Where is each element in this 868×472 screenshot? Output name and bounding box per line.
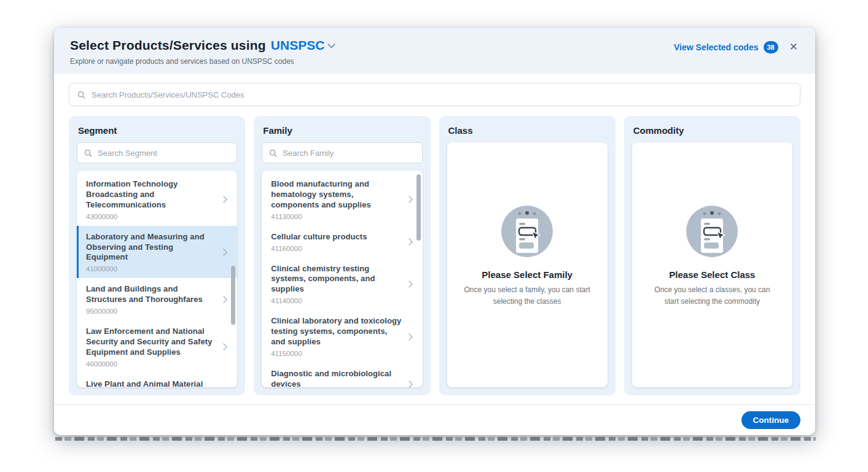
family-item-name: Clinical laboratory and toxicology testi…: [271, 316, 401, 347]
search-icon: [77, 91, 85, 99]
view-selected-codes-label: View Selected codes: [674, 42, 758, 52]
chevron-right-icon: [221, 296, 227, 303]
modal-body: Segment Information Technology Broadcast…: [54, 74, 815, 404]
chevron-right-icon: [405, 381, 412, 387]
family-item-code: 41150000: [271, 350, 401, 357]
chevron-right-icon: [405, 238, 412, 245]
search-icon: [84, 149, 92, 157]
view-selected-codes-link[interactable]: View Selected codes 38: [674, 41, 778, 53]
commodity-empty-state: Please Select Class Once you select a cl…: [632, 142, 792, 387]
family-item-code: 41140000: [271, 297, 401, 304]
segment-item-name: Information Technology Broadcasting and …: [86, 179, 216, 211]
family-item-name: Diagnostic and microbiological devices: [271, 369, 401, 387]
selected-count-badge: 38: [764, 41, 778, 53]
search-input[interactable]: [92, 90, 792, 99]
segment-item-name: Law Enforcement and National Security an…: [86, 327, 216, 358]
page-background: Select Products/Services using UNSPSC Ex…: [0, 0, 868, 472]
family-item[interactable]: Diagnostic and microbiological devices 4…: [262, 363, 422, 387]
family-search-input[interactable]: [283, 149, 415, 158]
family-item-code: 41160000: [271, 245, 401, 252]
family-item[interactable]: Blood manufacturing and hematology syste…: [262, 173, 422, 226]
family-search-box: [262, 142, 422, 163]
search-icon: [269, 149, 277, 157]
segment-search-input[interactable]: [98, 149, 230, 158]
hierarchy-columns: Segment Information Technology Broadcast…: [69, 116, 800, 395]
chevron-right-icon: [405, 196, 412, 203]
segment-item-code: 41000000: [86, 265, 216, 273]
class-empty-title: Please Select Family: [482, 269, 573, 280]
close-icon[interactable]: ✕: [788, 41, 799, 53]
family-list: Blood manufacturing and hematology syste…: [262, 171, 422, 387]
select-placeholder-icon: [685, 204, 739, 258]
segment-item-name: Laboratory and Measuring and Observing a…: [86, 232, 216, 263]
segment-item-selected[interactable]: Laboratory and Measuring and Observing a…: [77, 226, 237, 279]
chevron-right-icon: [405, 280, 412, 287]
commodity-empty-subtitle: Once you select a classes, you can start…: [647, 284, 778, 307]
family-item-name: Cellular culture products: [271, 232, 401, 242]
segment-item-code: 95000000: [86, 308, 216, 315]
unspsc-selector-modal: Select Products/Services using UNSPSC Ex…: [54, 28, 815, 435]
continue-button[interactable]: Continue: [741, 411, 801, 429]
chevron-down-icon: [327, 41, 335, 48]
family-item[interactable]: Cellular culture products 41160000: [262, 226, 422, 258]
standard-dropdown[interactable]: UNSPSC: [271, 38, 335, 53]
family-item-code: 41130000: [271, 213, 401, 220]
segment-item-name: Live Plant and Animal Material and Acces…: [86, 379, 216, 387]
family-item-name: Blood manufacturing and hematology syste…: [271, 179, 401, 211]
segment-column-title: Segment: [78, 125, 237, 136]
background-page-text: [55, 437, 816, 441]
chevron-right-icon: [221, 344, 227, 350]
modal-header: Select Products/Services using UNSPSC Ex…: [54, 28, 815, 74]
modal-footer: Continue: [54, 404, 815, 435]
chevron-right-icon: [221, 196, 227, 203]
modal-subtitle: Explore or navigate products and service…: [70, 57, 334, 66]
segment-scrollbar[interactable]: [231, 266, 235, 325]
modal-header-right: View Selected codes 38 ✕: [674, 41, 799, 53]
family-scrollbar[interactable]: [416, 174, 421, 241]
segment-item-code: 46000000: [86, 360, 216, 368]
family-column: Family Blood manufacturing and hematolog…: [254, 116, 430, 395]
modal-title: Select Products/Services using: [70, 38, 266, 53]
commodity-empty-title: Please Select Class: [669, 269, 755, 280]
class-column-title: Class: [448, 125, 608, 136]
chevron-right-icon: [221, 249, 227, 255]
family-column-title: Family: [263, 125, 422, 136]
family-item[interactable]: Clinical laboratory and toxicology testi…: [262, 310, 422, 363]
class-empty-state: Please Select Family Once you select a f…: [447, 142, 608, 387]
family-item[interactable]: Clinical chemistry testing systems, comp…: [262, 258, 422, 311]
segment-column: Segment Information Technology Broadcast…: [69, 116, 245, 395]
commodity-column-title: Commodity: [633, 125, 792, 136]
segment-item[interactable]: Land and Buildings and Structures and Th…: [77, 278, 237, 320]
class-column: Class: [439, 116, 616, 395]
class-empty-subtitle: Once you select a family, you can start …: [462, 284, 593, 307]
segment-item-code: 43000000: [86, 213, 216, 220]
segment-item[interactable]: Law Enforcement and National Security an…: [77, 320, 237, 373]
commodity-column: Commodity: [624, 116, 800, 395]
modal-header-left: Select Products/Services using UNSPSC Ex…: [70, 38, 334, 66]
segment-item[interactable]: Information Technology Broadcasting and …: [77, 173, 237, 226]
segment-list: Information Technology Broadcasting and …: [77, 171, 237, 387]
standard-name: UNSPSC: [271, 38, 325, 53]
select-placeholder-icon: [500, 204, 554, 258]
family-item-name: Clinical chemistry testing systems, comp…: [271, 264, 401, 295]
segment-item-name: Land and Buildings and Structures and Th…: [86, 284, 216, 305]
segment-item[interactable]: Live Plant and Animal Material and Acces…: [77, 373, 237, 387]
chevron-right-icon: [405, 333, 412, 340]
segment-search-box: [77, 142, 237, 163]
global-search-box: [69, 83, 800, 106]
